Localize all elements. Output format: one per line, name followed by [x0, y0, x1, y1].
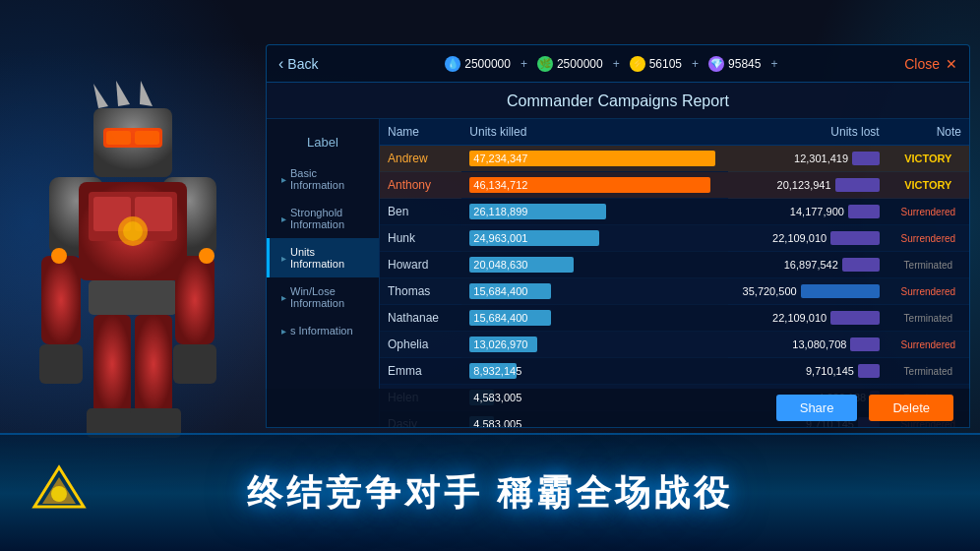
table-row: Hunk 24,963,001 22,109,010 Surrendered	[380, 225, 969, 252]
bottom-banner: 终结竞争对手 稱霸全场战役	[0, 433, 980, 551]
cell-killed: 8,932,145	[461, 358, 728, 385]
cell-lost: 16,897,542	[728, 252, 888, 278]
cell-note: VICTORY	[888, 172, 969, 199]
arrow-icon-5: ▸	[281, 326, 286, 337]
resource-green-value: 2500000	[557, 57, 603, 71]
sidebar-item-winlose[interactable]: ▸ Win/Lose Information	[267, 277, 379, 317]
cell-name: Hunk	[380, 225, 461, 252]
svg-marker-2	[116, 81, 130, 106]
back-button[interactable]: ‹ Back	[278, 55, 318, 73]
table-row: Howard 20,048,630 16,897,542 Terminated	[380, 252, 969, 278]
col-units-killed: Units killed	[461, 119, 728, 146]
col-name: Name	[380, 119, 461, 146]
svg-rect-19	[135, 315, 172, 413]
cell-name: Emma	[380, 358, 461, 385]
svg-rect-6	[135, 131, 159, 145]
svg-rect-15	[175, 256, 214, 344]
cell-killed: 20,048,630	[461, 252, 728, 278]
plus-2: +	[613, 57, 620, 71]
table-area[interactable]: Name Units killed Units lost Note Andrew…	[380, 119, 969, 427]
cell-note: Terminated	[888, 305, 969, 332]
cell-name: Anthony	[380, 172, 461, 199]
sidebar-item-s-label: s Information	[290, 325, 353, 337]
table-row: Thomas 15,684,400 35,720,500 Surrendered	[380, 278, 969, 305]
resource-green: 🌿 2500000	[537, 56, 603, 72]
delete-button[interactable]: Delete	[869, 395, 953, 421]
cell-note: Surrendered	[888, 278, 969, 305]
cell-note: Terminated	[888, 252, 969, 278]
resource-coin-icon: ⚡	[630, 56, 645, 72]
resource-blue-icon: 💧	[445, 56, 460, 72]
resource-coin: ⚡ 56105	[630, 56, 682, 72]
svg-rect-14	[41, 256, 81, 344]
resource-blue: 💧 2500000	[445, 56, 511, 72]
cell-lost: 13,080,708	[728, 332, 888, 358]
svg-marker-3	[140, 81, 153, 106]
back-arrow-icon: ‹	[278, 55, 283, 73]
sidebar-item-winlose-label: Win/Lose Information	[290, 285, 367, 309]
arrow-icon-2: ▸	[281, 214, 286, 224]
close-label: Close	[904, 56, 940, 72]
sidebar-item-stronghold-label: Stronghold Information	[290, 207, 367, 230]
sidebar-item-units[interactable]: ▸ Units Information	[267, 238, 379, 277]
cell-name: Thomas	[380, 278, 461, 305]
sidebar-label: Label	[267, 129, 379, 159]
cell-note: Surrendered	[888, 225, 969, 252]
plus-1: +	[521, 57, 527, 71]
cell-lost: 22,109,010	[728, 225, 888, 252]
svg-rect-18	[93, 315, 131, 413]
table-row: Emma 8,932,145 9,710,145 Terminated	[380, 358, 969, 385]
table-row: Nathanae 15,684,400 22,109,010 Terminate…	[380, 305, 969, 332]
col-note: Note	[888, 119, 969, 146]
cell-name: Andrew	[380, 146, 461, 172]
sidebar-item-basic[interactable]: ▸ Basic Information	[267, 159, 379, 199]
robot-figure	[0, 59, 266, 482]
svg-point-25	[199, 248, 214, 264]
cell-lost: 14,177,900	[728, 199, 888, 225]
svg-rect-16	[39, 344, 83, 384]
main-panel: Commander Campaigns Report Label ▸ Basic…	[266, 82, 970, 428]
cell-lost: 20,123,941	[728, 172, 888, 199]
cell-killed: 15,684,400	[461, 305, 728, 332]
close-icon: ✕	[946, 56, 957, 72]
sidebar-item-s[interactable]: ▸ s Information	[267, 317, 379, 344]
cell-lost: 12,301,419	[728, 146, 888, 172]
resources-bar: 💧 2500000 + 🌿 2500000 + ⚡ 56105 + 💎 9584…	[445, 56, 777, 72]
plus-4: +	[770, 57, 777, 71]
svg-point-28	[51, 486, 67, 502]
content-area: Label ▸ Basic Information ▸ Stronghold I…	[267, 119, 969, 427]
close-button[interactable]: Close ✕	[904, 56, 957, 72]
sidebar: Label ▸ Basic Information ▸ Stronghold I…	[267, 119, 380, 427]
table-header-row: Name Units killed Units lost Note	[380, 119, 969, 146]
panel-footer: Share Delete	[266, 389, 970, 428]
cell-lost: 9,710,145	[728, 358, 888, 385]
resource-blue-value: 2500000	[464, 57, 511, 71]
cell-note: Terminated	[888, 358, 969, 385]
resource-coin-value: 56105	[649, 57, 682, 71]
sidebar-item-stronghold[interactable]: ▸ Stronghold Information	[267, 199, 379, 238]
cell-note: Surrendered	[888, 332, 969, 358]
share-button[interactable]: Share	[776, 395, 858, 421]
cell-note: Surrendered	[888, 199, 969, 225]
bottom-logo	[30, 462, 89, 521]
cell-note: VICTORY	[888, 146, 969, 172]
cell-name: Ophelia	[380, 332, 461, 358]
cell-killed: 26,118,899	[461, 199, 728, 225]
arrow-icon-1: ▸	[281, 174, 286, 185]
svg-marker-1	[93, 84, 108, 108]
resource-purple-value: 95845	[728, 57, 761, 71]
cell-killed: 13,026,970	[461, 332, 728, 358]
table-row: Ben 26,118,899 14,177,900 Surrendered	[380, 199, 969, 225]
back-label: Back	[287, 56, 318, 72]
cell-name: Ben	[380, 199, 461, 225]
cell-killed: 24,963,001	[461, 225, 728, 252]
cell-lost: 22,109,010	[728, 305, 888, 332]
table-row: Anthony 46,134,712 20,123,941 VICTORY	[380, 172, 969, 199]
resource-purple: 💎 95845	[708, 56, 761, 72]
cell-name: Howard	[380, 252, 461, 278]
arrow-icon-3: ▸	[281, 253, 286, 264]
sidebar-item-basic-label: Basic Information	[290, 167, 367, 191]
cell-name: Nathanae	[380, 305, 461, 332]
cell-lost: 35,720,500	[728, 278, 888, 305]
arrow-icon-4: ▸	[281, 292, 286, 303]
